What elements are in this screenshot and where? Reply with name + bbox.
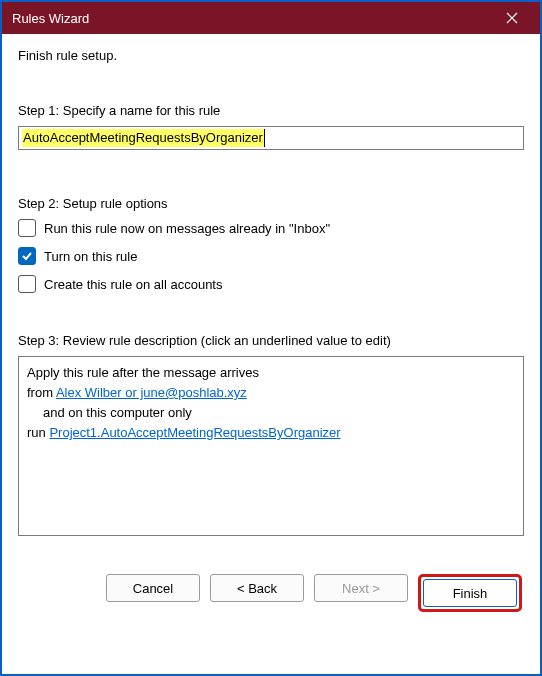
button-row: Cancel < Back Next > Finish	[18, 574, 524, 618]
rule-name-input[interactable]: AutoAcceptMeetingRequestsByOrganizer	[18, 126, 524, 150]
close-icon	[506, 12, 518, 24]
desc-line-from: from Alex Wilber or june@poshlab.xyz	[27, 383, 515, 403]
window-title: Rules Wizard	[12, 11, 89, 26]
desc-run-prefix: run	[27, 425, 49, 440]
desc-from-prefix: from	[27, 385, 56, 400]
step1-label: Step 1: Specify a name for this rule	[18, 103, 524, 118]
desc-from-link[interactable]: Alex Wilber or june@poshlab.xyz	[56, 385, 247, 400]
step3-label: Step 3: Review rule description (click a…	[18, 333, 524, 348]
rule-description-box: Apply this rule after the message arrive…	[18, 356, 524, 536]
desc-line-apply: Apply this rule after the message arrive…	[27, 363, 515, 383]
checkbox-run-now[interactable]	[18, 219, 36, 237]
checkbox-turn-on-label: Turn on this rule	[44, 249, 137, 264]
desc-run-link[interactable]: Project1.AutoAcceptMeetingRequestsByOrga…	[49, 425, 340, 440]
cancel-button[interactable]: Cancel	[106, 574, 200, 602]
step2-label: Step 2: Setup rule options	[18, 196, 524, 211]
checkbox-run-now-label: Run this rule now on messages already in…	[44, 221, 330, 236]
finish-button[interactable]: Finish	[423, 579, 517, 607]
desc-line-run: run Project1.AutoAcceptMeetingRequestsBy…	[27, 423, 515, 443]
rule-name-value: AutoAcceptMeetingRequestsByOrganizer	[22, 129, 265, 147]
close-button[interactable]	[492, 2, 532, 34]
checkbox-all-accounts[interactable]	[18, 275, 36, 293]
finish-highlight: Finish	[418, 574, 522, 612]
checkbox-all-accounts-label: Create this rule on all accounts	[44, 277, 222, 292]
desc-line-computer: and on this computer only	[27, 403, 515, 423]
check-icon	[21, 250, 33, 262]
titlebar: Rules Wizard	[2, 2, 540, 34]
checkbox-turn-on[interactable]	[18, 247, 36, 265]
back-button[interactable]: < Back	[210, 574, 304, 602]
rules-wizard-window: Rules Wizard Finish rule setup. Step 1: …	[0, 0, 542, 676]
dialog-body: Finish rule setup. Step 1: Specify a nam…	[2, 34, 540, 674]
instruction-text: Finish rule setup.	[18, 48, 524, 63]
next-button: Next >	[314, 574, 408, 602]
